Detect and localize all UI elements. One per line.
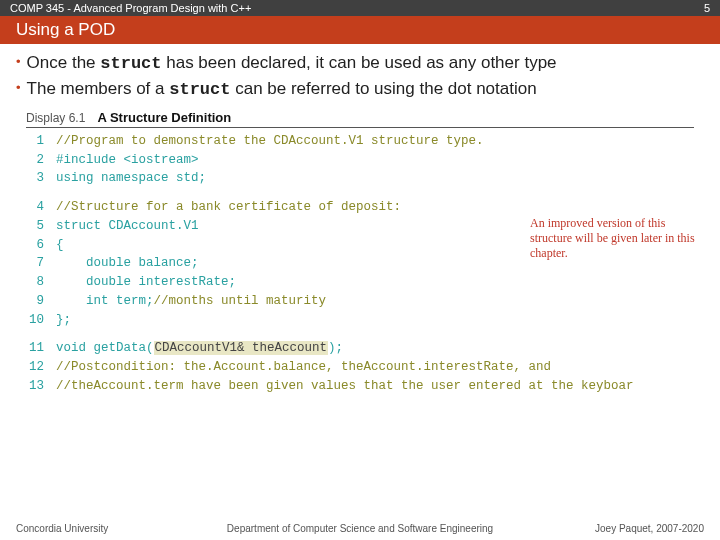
code-text: void getData(CDAccountV1& theAccount); [56, 339, 343, 358]
code-comment: //months until maturity [154, 294, 327, 308]
bullet-1: • Once the struct has been declared, it … [16, 52, 704, 76]
code-line: 13//theAccount.term have been given valu… [26, 377, 694, 396]
content-area: • Once the struct has been declared, it … [0, 44, 720, 104]
code-text: //Program to demonstrate the CDAccount.V… [56, 132, 484, 151]
line-number: 10 [26, 311, 56, 330]
code-text: int term;//months until maturity [56, 292, 326, 311]
code-line: 3using namespace std; [26, 169, 694, 188]
bullet-1-kw: struct [100, 54, 161, 73]
course-label: COMP 345 - Advanced Program Design with … [10, 2, 251, 14]
bullet-2-pre: The members of a [27, 79, 170, 98]
code-text: double balance; [56, 254, 199, 273]
line-number: 12 [26, 358, 56, 377]
code-text: }; [56, 311, 71, 330]
bullet-dot-icon: • [16, 78, 21, 99]
code-text: struct CDAccount.V1 [56, 217, 199, 236]
code-line: 2#include <iostream> [26, 151, 694, 170]
bullet-2-text: The members of a struct can be referred … [27, 78, 537, 102]
code-text: #include <iostream> [56, 151, 199, 170]
code-text: //Postcondition: the.Account.balance, th… [56, 358, 551, 377]
code-line: 12//Postcondition: the.Account.balance, … [26, 358, 694, 377]
line-number: 13 [26, 377, 56, 396]
code-text: double interestRate; [56, 273, 236, 292]
bullet-2: • The members of a struct can be referre… [16, 78, 704, 102]
bullet-2-kw: struct [169, 80, 230, 99]
line-number: 8 [26, 273, 56, 292]
line-number: 4 [26, 198, 56, 217]
code-text: { [56, 236, 64, 255]
code-line: 1//Program to demonstrate the CDAccount.… [26, 132, 694, 151]
code-arg-highlight: CDAccountV1& theAccount [154, 341, 329, 355]
code-fragment: void getData( [56, 341, 154, 355]
figure-title: A Structure Definition [97, 110, 231, 125]
line-number: 5 [26, 217, 56, 236]
figure-number: Display 6.1 [26, 111, 85, 125]
code-line: 9 int term;//months until maturity [26, 292, 694, 311]
figure-header: Display 6.1 A Structure Definition [26, 110, 694, 128]
slide-number: 5 [704, 2, 710, 14]
code-fragment: int term; [56, 294, 154, 308]
footer-left: Concordia University [16, 523, 108, 534]
bullet-1-text: Once the struct has been declared, it ca… [27, 52, 557, 76]
code-line: 11void getData(CDAccountV1& theAccount); [26, 339, 694, 358]
bullet-dot-icon: • [16, 52, 21, 73]
figure-annotation: An improved version of this structure wi… [530, 216, 700, 261]
code-fragment: ); [328, 341, 343, 355]
code-text: //theAccount.term have been given values… [56, 377, 634, 396]
line-number: 6 [26, 236, 56, 255]
code-figure: Display 6.1 A Structure Definition An im… [26, 110, 694, 396]
header-bar: COMP 345 - Advanced Program Design with … [0, 0, 720, 16]
line-number: 7 [26, 254, 56, 273]
footer-bar: Concordia University Department of Compu… [0, 523, 720, 536]
code-line: 10}; [26, 311, 694, 330]
bullet-1-post: has been declared, it can be used as any… [162, 53, 557, 72]
footer-mid: Department of Computer Science and Softw… [227, 523, 493, 534]
bullet-1-pre: Once the [27, 53, 101, 72]
code-text: using namespace std; [56, 169, 206, 188]
code-line: 8 double interestRate; [26, 273, 694, 292]
slide: COMP 345 - Advanced Program Design with … [0, 0, 720, 540]
slide-title: Using a POD [0, 16, 720, 44]
line-number: 2 [26, 151, 56, 170]
code-text: //Structure for a bank certificate of de… [56, 198, 401, 217]
slide-title-text: Using a POD [16, 20, 115, 40]
line-number: 1 [26, 132, 56, 151]
footer-right: Joey Paquet, 2007-2020 [595, 523, 704, 534]
code-line: 4//Structure for a bank certificate of d… [26, 198, 694, 217]
line-number: 3 [26, 169, 56, 188]
line-number: 9 [26, 292, 56, 311]
code-listing: An improved version of this structure wi… [26, 132, 694, 396]
line-number: 11 [26, 339, 56, 358]
bullet-2-post: can be referred to using the dot notatio… [230, 79, 536, 98]
